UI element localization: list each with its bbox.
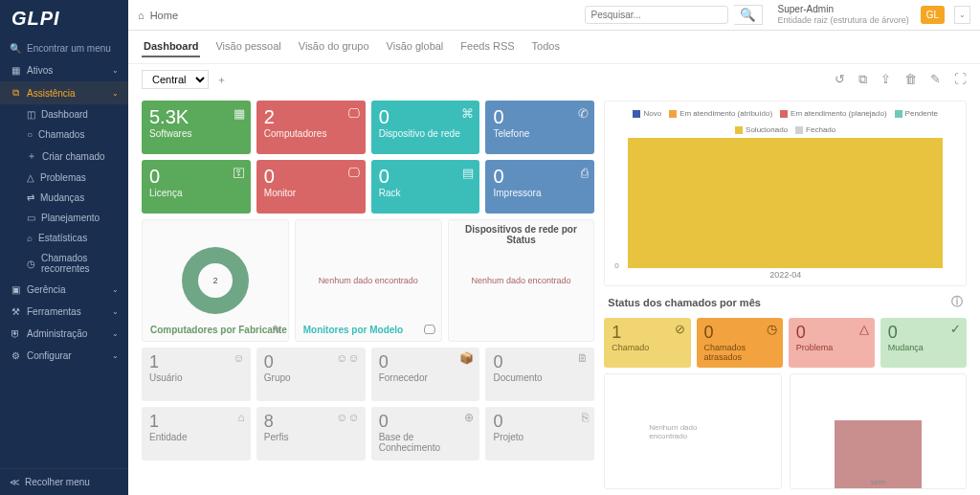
nav-assistencia[interactable]: ⧉Assistência⌄	[0, 81, 128, 104]
key-icon: ⚿	[233, 166, 245, 180]
tile-softwares[interactable]: 5.3KSoftwares▦	[142, 101, 251, 154]
grid-icon: ▦	[10, 65, 21, 76]
tile-fornecedor[interactable]: 0Fornecedor📦	[371, 348, 480, 401]
tab-dashboard[interactable]: Dashboard	[142, 36, 200, 57]
nav-label: Ferramentas	[27, 306, 81, 317]
tile-value: 0	[149, 166, 243, 188]
no-data-text: Nenhum dado encontrado	[319, 276, 418, 285]
home-icon[interactable]: ⌂	[138, 10, 145, 21]
dashboard-content: 5.3KSoftwares▦ 2Computadores🖵 0Dispositi…	[128, 95, 980, 495]
user-block[interactable]: Super-Admin Entidade raiz (estrutura de …	[778, 4, 909, 26]
tile-base[interactable]: 0Base de Conhecimento⊕	[371, 407, 480, 461]
document-icon: 🗎	[577, 351, 589, 365]
tile-documento[interactable]: 0Documento🗎	[485, 348, 594, 401]
tile-mudanca[interactable]: 0Mudança✓	[880, 318, 967, 368]
tile-licenca[interactable]: 0Licença⚿	[142, 160, 251, 214]
search-input[interactable]	[585, 6, 728, 24]
tile-grupo[interactable]: 0Grupo☺☺	[256, 348, 366, 401]
tile-usuario[interactable]: 1Usuário☺	[142, 348, 251, 401]
search-button[interactable]: 🔍	[734, 5, 763, 25]
x-axis-label: 2022-04	[609, 268, 962, 281]
section-title-text: Status dos chamados por mês	[608, 297, 761, 308]
donut-value: 2	[212, 276, 217, 285]
tile-computadores[interactable]: 2Computadores🖵	[256, 101, 366, 154]
sidebar-collapse[interactable]: ≪Recolher menu	[0, 468, 128, 495]
card-fabricante[interactable]: 2 Computadores por Fabricante ✎	[142, 219, 289, 342]
nav-sub-criar[interactable]: ＋Criar chamado	[0, 145, 128, 168]
tab-todos[interactable]: Todos	[530, 36, 562, 57]
tile-entidade[interactable]: 1Entidade⌂	[142, 407, 251, 461]
fullscreen-icon[interactable]: ⛶	[954, 72, 967, 87]
edit-icon[interactable]: ✎	[272, 323, 282, 337]
tab-pessoal[interactable]: Visão pessoal	[213, 36, 282, 57]
tile-value: 2	[264, 106, 358, 128]
subcard-sem[interactable]: sem	[790, 373, 967, 489]
tile-monitor[interactable]: 0Monitor🖵	[256, 160, 366, 214]
legend-pendente: Pendente	[895, 109, 938, 118]
sidebar-search[interactable]: 🔍 Encontrar um menu	[0, 37, 128, 59]
nav-gerencia[interactable]: ▣Gerência⌄	[0, 279, 128, 301]
profiles-icon: ☺☺	[336, 411, 360, 424]
card-modelo[interactable]: Nenhum dado encontrado Monitores por Mod…	[295, 219, 442, 342]
tile-impressora[interactable]: 0Impressora⎙	[485, 160, 594, 214]
tile-rack[interactable]: 0Rack▤	[371, 160, 480, 214]
tile-problema[interactable]: 0Problema△	[789, 318, 875, 368]
tile-chamado[interactable]: 1Chamado⊘	[604, 318, 690, 368]
nav-administracao[interactable]: ⛨Administração⌄	[0, 323, 128, 345]
tab-global[interactable]: Visão global	[385, 36, 446, 57]
card-status-rede[interactable]: Dispositivos de rede por Status Nenhum d…	[448, 219, 595, 342]
tile-label: Chamado	[612, 343, 682, 352]
tab-grupo[interactable]: Visão do grupo	[297, 36, 371, 57]
nav-sub-planejamento[interactable]: ▭Planejamento	[0, 208, 128, 228]
nav-sub-label: Estatísticas	[38, 233, 87, 243]
headset-icon: ⧉	[10, 87, 21, 99]
tile-label: Monitor	[264, 188, 358, 198]
alert-icon: ⊘	[675, 322, 685, 336]
briefcase-icon: ▣	[10, 284, 21, 295]
dashboard-selector[interactable]: Central	[142, 70, 209, 89]
nav-configurar[interactable]: ⚙Configurar⌄	[0, 345, 128, 367]
subcard-empty[interactable]: Nenhum dado encontrado	[604, 373, 781, 489]
sidebar: GLPI 🔍 Encontrar um menu ▦Ativos⌄ ⧉Assis…	[0, 0, 128, 495]
trash-icon[interactable]: 🗑	[904, 72, 917, 87]
nav-sub-estatisticas[interactable]: ⌕Estatísticas	[0, 228, 128, 248]
gear-icon: ⚙	[10, 350, 21, 361]
share-icon[interactable]: ⇪	[880, 72, 891, 87]
profile-button[interactable]: GL	[921, 6, 945, 24]
nav-sub-dashboard[interactable]: ◫Dashboard	[0, 104, 128, 124]
tile-rede[interactable]: 0Dispositivo de rede⌘	[371, 101, 480, 154]
nav-ativos[interactable]: ▦Ativos⌄	[0, 59, 128, 81]
tile-telefone[interactable]: 0Telefone✆	[485, 101, 594, 154]
tile-value: 0	[493, 166, 587, 188]
tile-label: Dispositivo de rede	[379, 128, 473, 139]
breadcrumb-home[interactable]: Home	[150, 10, 178, 21]
chevron-down-icon: ⌄	[112, 351, 119, 360]
bar-chart: 0	[609, 138, 962, 268]
history-icon[interactable]: ↺	[835, 72, 845, 87]
right-column: Novo Em atendimento (atribuído) Em atend…	[604, 101, 967, 489]
nav-sub-problemas[interactable]: △Problemas	[0, 168, 128, 188]
warning-icon: △	[859, 322, 869, 336]
nav-ferramentas[interactable]: ⚒Ferramentas⌄	[0, 301, 128, 323]
tab-rss[interactable]: Feeds RSS	[458, 36, 516, 57]
tile-label: Entidade	[149, 432, 243, 442]
collapse-icon: ≪	[10, 477, 19, 487]
tile-value: 0	[379, 412, 473, 432]
nav-sub-recorrentes[interactable]: ◷Chamados recorrentes	[0, 248, 128, 279]
nav-sub-mudancas[interactable]: ⇄Mudanças	[0, 188, 128, 208]
user-menu-button[interactable]: ⌄	[954, 6, 970, 24]
tile-label: Documento	[493, 372, 587, 383]
tile-perfis[interactable]: 8Perfis☺☺	[256, 407, 366, 461]
tile-atrasados[interactable]: 0Chamados atrasados◷	[697, 318, 783, 368]
info-icon[interactable]: ⓘ	[951, 294, 963, 310]
bar-2022-04	[628, 138, 943, 268]
edit-icon[interactable]: ✎	[930, 72, 941, 87]
nav-sub-chamados[interactable]: ○Chamados	[0, 124, 128, 145]
copy-icon[interactable]: ⧉	[858, 72, 867, 87]
add-dashboard-button[interactable]: ＋	[216, 73, 227, 87]
tile-value: 0	[379, 352, 473, 372]
dashboard-toolbar: Central ＋ ↺ ⧉ ⇪ 🗑 ✎ ⛶	[128, 64, 980, 95]
tile-label: Grupo	[264, 372, 358, 383]
tile-projeto[interactable]: 0Projeto⎘	[485, 407, 594, 461]
clock-icon: ◷	[767, 322, 777, 336]
